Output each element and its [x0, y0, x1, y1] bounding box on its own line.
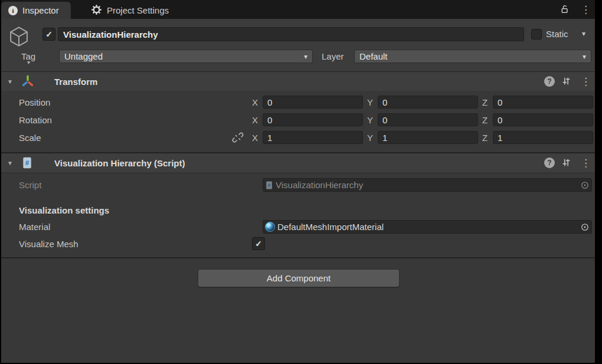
position-z-axis-label: Z	[482, 97, 488, 107]
scale-z-axis-label: Z	[482, 133, 488, 143]
tag-dropdown[interactable]: Untagged ▾	[59, 50, 313, 63]
scale-y-field[interactable]	[378, 131, 478, 144]
rotation-z-axis-label: Z	[482, 115, 488, 125]
tab-project-settings[interactable]: Project Settings	[84, 2, 176, 19]
gear-icon	[91, 4, 102, 17]
transform-foldout-icon[interactable]: ▼	[7, 78, 13, 85]
script-object-field[interactable]: # VisualizationHierarchy	[263, 178, 592, 192]
visualization-settings-header: Visualization settings	[19, 205, 109, 215]
material-sphere-icon	[265, 222, 275, 232]
gameobject-header: ▾ ✓ Static ▾ Tag Untagged ▾ Layer Defaul…	[1, 19, 595, 72]
script-component-title: Visualization Hierarchy (Script)	[54, 158, 185, 168]
script-value: VisualizationHierarchy	[276, 180, 363, 190]
presets-icon[interactable]	[561, 158, 571, 170]
rotation-label: Rotation	[19, 115, 52, 125]
layer-label: Layer	[322, 51, 344, 61]
transform-header[interactable]: ▼ Transform ? ⋮	[1, 72, 595, 91]
material-value: DefaultMeshImportMaterial	[277, 222, 384, 232]
static-dropdown-caret[interactable]: ▾	[582, 29, 585, 38]
inspector-panel: i Inspector	[1, 0, 595, 363]
gameobject-name-input[interactable]	[58, 27, 524, 41]
rotation-y-axis-label: Y	[367, 115, 373, 125]
scale-y-axis-label: Y	[367, 133, 373, 143]
gameobject-cube-icon[interactable]	[6, 24, 32, 50]
layer-dropdown[interactable]: Default ▾	[354, 50, 591, 63]
tab-inspector[interactable]: i Inspector	[1, 2, 71, 19]
tag-value: Untagged	[64, 51, 103, 61]
info-icon: i	[8, 6, 18, 15]
transform-kebab-icon[interactable]: ⋮	[581, 77, 591, 87]
tab-menu-kebab-icon[interactable]: ⋮	[581, 5, 591, 15]
tab-bar: i Inspector	[1, 0, 595, 19]
script-row: Script # VisualizationHierarchy	[1, 176, 595, 194]
scale-z-field[interactable]	[493, 131, 593, 144]
scale-x-field[interactable]	[263, 131, 363, 144]
script-label: Script	[19, 180, 41, 190]
script-component-header[interactable]: ▼ # Visualization Hierarchy (Script) ? ⋮	[1, 153, 595, 172]
presets-icon[interactable]	[561, 76, 571, 88]
script-kebab-icon[interactable]: ⋮	[581, 158, 591, 168]
rotation-x-field[interactable]	[263, 113, 363, 126]
position-x-axis-label: X	[252, 97, 258, 107]
position-x-field[interactable]	[263, 96, 363, 109]
broken-link-icon[interactable]	[232, 132, 244, 146]
separator	[1, 257, 595, 258]
material-label: Material	[19, 222, 50, 232]
gameobject-active-checkbox[interactable]: ✓	[42, 28, 55, 41]
material-row: Material DefaultMeshImportMaterial	[1, 218, 595, 235]
scale-x-axis-label: X	[252, 133, 258, 143]
layer-dropdown-caret: ▾	[583, 53, 586, 61]
csharp-script-icon: #	[265, 181, 273, 190]
visualize-mesh-checkbox[interactable]: ✓	[252, 237, 265, 250]
position-y-field[interactable]	[378, 96, 478, 109]
help-icon[interactable]: ?	[544, 76, 555, 87]
position-y-axis-label: Y	[367, 97, 373, 107]
static-checkbox[interactable]	[531, 29, 542, 40]
object-picker-icon[interactable]	[580, 181, 590, 190]
transform-axis-icon	[21, 75, 34, 88]
separator	[1, 173, 595, 173]
tag-dropdown-caret: ▾	[304, 53, 307, 61]
scale-row: Scale X Y Z	[1, 129, 595, 146]
inspector-window: i Inspector	[0, 0, 602, 364]
svg-text:#: #	[25, 159, 30, 166]
rotation-z-field[interactable]	[493, 113, 593, 126]
position-z-field[interactable]	[493, 96, 593, 109]
svg-text:#: #	[268, 182, 271, 188]
scale-label: Scale	[19, 133, 41, 143]
object-picker-icon[interactable]	[580, 222, 590, 232]
visualize-mesh-label: Visualize Mesh	[19, 239, 78, 249]
material-object-field[interactable]: DefaultMeshImportMaterial	[263, 220, 592, 234]
tab-inspector-label: Inspector	[22, 5, 59, 15]
lock-icon[interactable]	[560, 4, 570, 17]
script-foldout-icon[interactable]: ▼	[7, 160, 13, 166]
layer-value: Default	[359, 51, 388, 61]
position-label: Position	[19, 97, 50, 107]
transform-title: Transform	[54, 77, 97, 87]
csharp-script-icon: #	[21, 156, 34, 169]
tab-project-settings-label: Project Settings	[107, 5, 169, 15]
help-icon[interactable]: ?	[544, 158, 555, 168]
visualize-mesh-row: Visualize Mesh ✓	[1, 235, 595, 252]
static-label: Static	[546, 29, 568, 39]
rotation-row: Rotation X Y Z	[1, 111, 595, 129]
add-component-button[interactable]: Add Component	[198, 269, 400, 287]
rotation-y-field[interactable]	[378, 113, 478, 126]
tag-label: Tag	[21, 51, 35, 61]
rotation-x-axis-label: X	[252, 115, 258, 125]
position-row: Position X Y Z	[1, 93, 595, 111]
